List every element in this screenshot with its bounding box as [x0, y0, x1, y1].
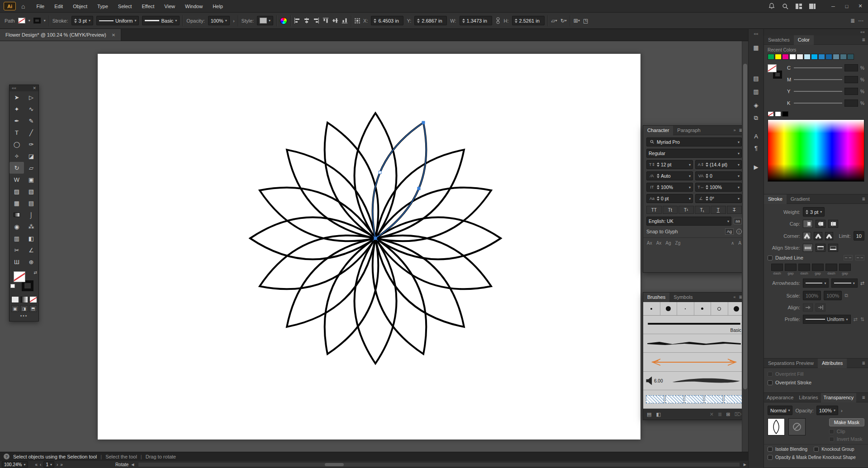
stroke-color-swatch[interactable]: [33, 18, 41, 24]
transform-panel-icon[interactable]: ⊞▾: [574, 18, 580, 24]
snap-angle-icon[interactable]: ∧: [731, 241, 734, 246]
arrange-documents-icon[interactable]: [796, 4, 802, 9]
align-stroke-outside-button[interactable]: [828, 244, 838, 252]
fill-color-swatch[interactable]: [18, 18, 25, 24]
scroll-left-icon[interactable]: ◀: [131, 463, 134, 467]
menu-type[interactable]: Type: [92, 0, 113, 13]
tab-appearance[interactable]: Appearance: [764, 393, 796, 402]
dash-gap-field[interactable]: [785, 264, 797, 271]
vertical-scale-combo[interactable]: IT 100% ▾: [646, 183, 693, 192]
knockout-shape-checkbox[interactable]: Opacity & Mask Define Knockout Shape: [768, 455, 856, 460]
delete-brush-icon[interactable]: ⌦: [734, 411, 741, 417]
tab-gradient[interactable]: Gradient: [787, 194, 814, 204]
chevron-down-icon[interactable]: ▾: [738, 140, 740, 144]
baseline-shift-combo[interactable]: Aa 0 pt ▾: [646, 194, 693, 203]
chevron-down-icon[interactable]: ▾: [788, 408, 790, 412]
artboard-tool[interactable]: ◧: [24, 232, 38, 244]
checkbox-box[interactable]: [829, 437, 834, 442]
eyedropper-tool[interactable]: ⌡: [24, 209, 38, 221]
mesh-tool[interactable]: ▤: [24, 197, 38, 209]
rotate-tool[interactable]: ↻: [9, 162, 24, 174]
font-style-combo[interactable]: Regular ▾: [646, 149, 742, 158]
draw-normal-icon[interactable]: ▣: [11, 305, 19, 312]
menu-effect[interactable]: Effect: [137, 0, 159, 13]
opacity-combo[interactable]: 100% ▾: [816, 406, 838, 415]
flower-artwork[interactable]: [0, 41, 748, 452]
blend-mode-combo[interactable]: Normal ▾: [768, 406, 792, 415]
subscript-button[interactable]: T₁: [695, 206, 710, 214]
font-size-combo[interactable]: T⇕ 12 pt ▾: [646, 160, 693, 169]
chevron-down-icon[interactable]: ▾: [689, 174, 691, 178]
panel-menu-icon[interactable]: ≣: [862, 197, 865, 201]
chevron-down-icon[interactable]: ▾: [689, 197, 691, 201]
dash-gap-field[interactable]: [771, 264, 783, 271]
paragraph-panel-icon[interactable]: ¶: [749, 145, 764, 151]
arrowhead-start-combo[interactable]: ▾: [803, 279, 829, 288]
swap-fill-stroke-icon[interactable]: ⇄: [33, 270, 37, 275]
calligraphic-brush-item[interactable]: [677, 302, 694, 315]
mask-thumbnail[interactable]: [788, 418, 806, 435]
align-arrowhead-tip-button[interactable]: [803, 303, 813, 312]
align-right-icon[interactable]: [313, 18, 319, 24]
rotate-icon[interactable]: ↻▾: [560, 18, 567, 24]
brush-definition-combo[interactable]: Basic ▾: [142, 16, 180, 25]
brush-basic[interactable]: Basic: [643, 316, 745, 334]
chevron-down-icon[interactable]: ▾: [824, 281, 826, 285]
chevron-down-icon[interactable]: ▾: [738, 185, 740, 189]
chevron-down-icon[interactable]: ▾: [689, 163, 691, 167]
stepper-icon[interactable]: [657, 174, 659, 178]
menu-file[interactable]: File: [31, 0, 49, 13]
expand-panel-icon[interactable]: ▶: [749, 164, 764, 170]
collapse-panel-icon[interactable]: »: [733, 128, 735, 132]
home-icon[interactable]: ⌂: [21, 3, 25, 10]
isolate-selected-object-icon[interactable]: ◳: [583, 18, 588, 24]
knockout-group-checkbox[interactable]: Knockout Group: [814, 447, 854, 452]
document-tab[interactable]: Flower Design* @ 100.24 % (CMYK/Preview)…: [0, 29, 121, 41]
menu-window[interactable]: Window: [180, 0, 208, 13]
chevron-down-icon[interactable]: ▾: [50, 463, 52, 467]
white-swatch[interactable]: [775, 111, 781, 117]
snap-anchor-icon[interactable]: A: [738, 241, 741, 246]
leading-combo[interactable]: A⇕ (14.4 pt) ▾: [695, 160, 742, 169]
draw-behind-icon[interactable]: ◨: [20, 305, 28, 312]
channel-value-field[interactable]: [844, 76, 858, 83]
help-icon[interactable]: ?: [4, 454, 9, 459]
direct-selection-tool[interactable]: ▷: [24, 91, 38, 103]
arrowhead-scale-start[interactable]: 100%: [803, 291, 821, 300]
recent-color-swatch[interactable]: [782, 54, 789, 60]
height-field[interactable]: 2.5261 in: [512, 16, 545, 25]
shear-tool[interactable]: ∠: [24, 244, 38, 256]
tab-swatches[interactable]: Swatches: [764, 35, 794, 45]
variable-width-profile-combo[interactable]: Uniform ▾: [96, 16, 139, 25]
shear-icon[interactable]: ▱▾: [551, 18, 557, 24]
clip-checkbox[interactable]: Clip: [829, 429, 845, 434]
chevron-down-icon[interactable]: ▾: [738, 151, 740, 156]
canvas-area[interactable]: «« ✕ ➤▷✦∿✒✎T╱◯✑✧◪↻▱W▣▨▧▦▤⌡◉⁂▥◧✂∠Ш⊕ ⇄ ▣ ◨…: [0, 41, 748, 452]
align-stroke-inside-button[interactable]: [816, 244, 825, 252]
lasso-tool[interactable]: ∿: [24, 103, 38, 115]
make-mask-button[interactable]: Make Mask: [829, 418, 864, 426]
snap-descender-icon[interactable]: Zg: [675, 241, 681, 246]
channel-value-field[interactable]: [844, 99, 858, 107]
shape-builder-tool[interactable]: ▨: [9, 185, 24, 197]
overprint-stroke-checkbox[interactable]: Overprint Stroke: [768, 380, 811, 385]
channel-value-field[interactable]: [844, 88, 858, 95]
opacity-flyout-icon[interactable]: ›: [841, 408, 843, 413]
stepper-icon[interactable]: [657, 185, 659, 189]
constrain-proportions-link-icon[interactable]: [495, 17, 501, 24]
tab-transparency[interactable]: Transparency: [821, 393, 857, 402]
channel-slider[interactable]: [794, 103, 842, 104]
maximize-button[interactable]: □: [840, 0, 854, 13]
collapse-toolbar-icon[interactable]: ««: [12, 86, 16, 90]
tab-paragraph[interactable]: Paragraph: [673, 126, 704, 135]
stepper-icon[interactable]: [706, 185, 708, 189]
arrowhead-scale-end[interactable]: 100%: [824, 291, 842, 300]
width-profile-combo[interactable]: Uniform ▾: [803, 315, 851, 324]
chevron-down-icon[interactable]: ▾: [89, 19, 90, 23]
width-field[interactable]: 1.3473 in: [460, 16, 492, 25]
x-position-field[interactable]: 6.4503 in: [371, 16, 403, 25]
new-brush-icon[interactable]: ⊞: [726, 411, 730, 417]
black-swatch[interactable]: [782, 111, 788, 117]
close-button[interactable]: ✕: [854, 0, 867, 13]
gradient-tool[interactable]: [9, 209, 24, 221]
